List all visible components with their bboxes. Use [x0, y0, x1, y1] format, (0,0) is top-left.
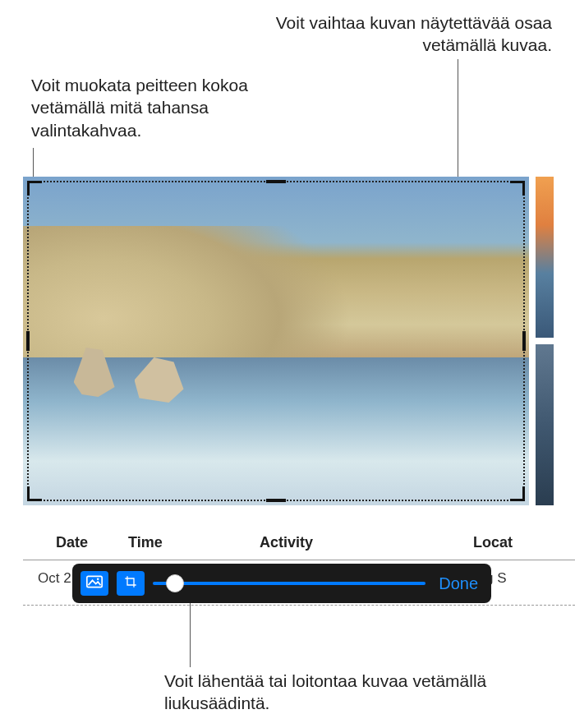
crop-handle-right[interactable] — [522, 331, 526, 351]
crop-icon — [122, 575, 139, 592]
callout-leader — [33, 148, 34, 181]
image-icon — [86, 575, 103, 592]
crop-handle-top-left[interactable] — [27, 181, 42, 196]
zoom-slider[interactable] — [153, 574, 426, 593]
image-mode-button[interactable] — [80, 571, 108, 596]
col-header-time[interactable]: Time — [122, 531, 253, 555]
main-image[interactable] — [23, 177, 529, 505]
crop-handle-top[interactable] — [266, 180, 286, 183]
slider-track — [153, 582, 426, 585]
crop-handle-bottom[interactable] — [266, 499, 286, 502]
thumbnail[interactable] — [536, 177, 554, 338]
col-header-activity[interactable]: Activity — [253, 531, 467, 555]
image-edit-toolbar: Done — [72, 564, 491, 603]
callout-leader — [458, 59, 458, 191]
crop-mask-overlay[interactable] — [27, 181, 525, 501]
crop-handle-bottom-left[interactable] — [27, 486, 42, 501]
image-editor-area — [23, 177, 554, 505]
done-button[interactable]: Done — [434, 574, 483, 593]
callout-drag-image: Voit vaihtaa kuvan näytettävää osaa vetä… — [240, 12, 552, 57]
svg-point-1 — [97, 578, 99, 580]
callout-resize-mask: Voit muokata peitteen kokoa vetämällä mi… — [31, 74, 278, 141]
col-header-location[interactable]: Locat — [467, 531, 575, 555]
thumbnail[interactable] — [536, 344, 554, 505]
callout-zoom-slider: Voit lähentää tai loitontaa kuvaa vetämä… — [164, 670, 493, 715]
crop-handle-left[interactable] — [26, 331, 30, 351]
table-header-row: Date Time Activity Locat — [23, 526, 575, 560]
side-thumbnails — [536, 177, 554, 505]
crop-handle-top-right[interactable] — [510, 181, 525, 196]
col-header-date[interactable]: Date — [23, 531, 122, 555]
callout-leader — [190, 595, 191, 667]
crop-handle-bottom-right[interactable] — [510, 486, 525, 501]
slider-thumb[interactable] — [166, 574, 184, 592]
crop-mode-button[interactable] — [117, 571, 145, 596]
